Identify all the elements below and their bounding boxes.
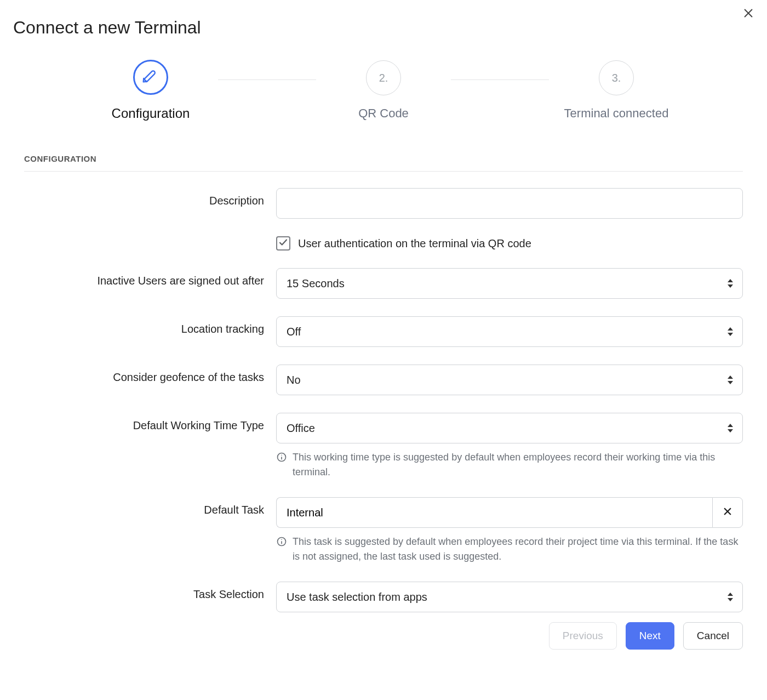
default-task-input[interactable] (276, 497, 712, 528)
step-label-2: QR Code (358, 106, 409, 121)
section-header-configuration: CONFIGURATION (24, 154, 743, 172)
label-default-task: Default Task (24, 497, 276, 516)
row-default-wtt: Default Working Time Type This working t… (24, 413, 743, 480)
row-geofence: Consider geofence of the tasks (24, 365, 743, 395)
row-signout: Inactive Users are signed out after (24, 268, 743, 299)
label-signout: Inactive Users are signed out after (24, 268, 276, 287)
row-task-selection: Task Selection (24, 582, 743, 612)
label-location: Location tracking (24, 316, 276, 335)
step-label-1: Configuration (112, 106, 190, 121)
row-description: Description (24, 188, 743, 219)
task-selection-select[interactable] (276, 582, 743, 612)
helper-text-default-task: This task is suggested by default when e… (293, 534, 743, 564)
helper-default-wtt: This working time type is suggested by d… (276, 450, 743, 480)
step-circle-1 (133, 60, 168, 95)
row-qr-auth: User authentication on the terminal via … (24, 236, 743, 251)
wizard-stepper: Configuration 2. QR Code 3. Terminal con… (88, 60, 679, 121)
step-configuration: Configuration (88, 60, 214, 121)
step-qr-code: 2. QR Code (320, 60, 447, 121)
dialog-title: Connect a new Terminal (13, 18, 754, 38)
description-input[interactable] (276, 188, 743, 219)
info-icon (276, 450, 287, 480)
signout-select[interactable] (276, 268, 743, 299)
dialog-footer: Previous Next Cancel (24, 622, 743, 650)
step-connector-2 (451, 79, 549, 80)
configuration-form: Description User authentication o (24, 188, 743, 612)
step-number-3: 3. (612, 72, 621, 84)
row-default-task: Default Task (24, 497, 743, 564)
next-button[interactable]: Next (626, 622, 674, 650)
previous-button: Previous (549, 622, 617, 650)
svg-point-17 (281, 539, 282, 540)
svg-point-12 (281, 454, 282, 456)
close-icon (723, 506, 732, 519)
info-icon (276, 534, 287, 564)
helper-default-task: This task is suggested by default when e… (276, 534, 743, 564)
step-connector-1 (218, 79, 316, 80)
label-task-selection: Task Selection (24, 582, 276, 601)
row-location: Location tracking (24, 316, 743, 347)
cancel-button[interactable]: Cancel (683, 622, 743, 650)
check-icon (278, 237, 288, 249)
step-number-2: 2. (379, 72, 388, 84)
default-wtt-select[interactable] (276, 413, 743, 443)
connect-terminal-dialog: Connect a new Terminal Configuration 2. … (0, 0, 767, 671)
label-description: Description (24, 188, 276, 207)
step-circle-2: 2. (366, 60, 401, 95)
step-circle-3: 3. (599, 60, 634, 95)
step-label-3: Terminal connected (564, 106, 669, 121)
location-select[interactable] (276, 316, 743, 347)
step-terminal-connected: 3. Terminal connected (553, 60, 679, 121)
helper-text-default-wtt: This working time type is suggested by d… (293, 450, 743, 480)
label-geofence: Consider geofence of the tasks (24, 365, 276, 384)
label-default-wtt: Default Working Time Type (24, 413, 276, 432)
close-button[interactable] (741, 7, 756, 22)
pen-icon (142, 68, 159, 87)
qr-auth-label: User authentication on the terminal via … (298, 237, 531, 250)
default-task-clear-button[interactable] (712, 497, 743, 528)
geofence-select[interactable] (276, 365, 743, 395)
qr-auth-checkbox[interactable] (276, 236, 290, 251)
close-icon (742, 7, 754, 21)
